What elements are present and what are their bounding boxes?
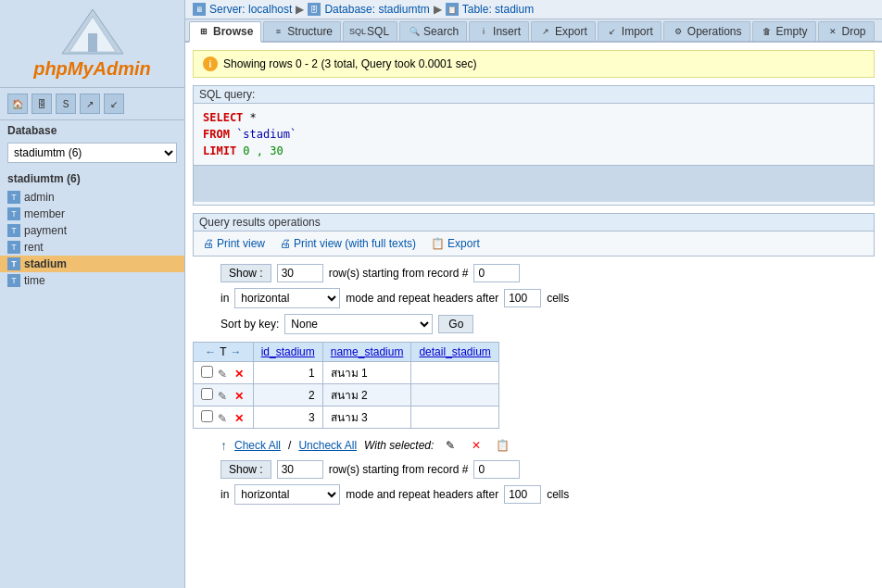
sidebar-table-item-rent[interactable]: Trent <box>0 239 184 256</box>
qr-ops-legend: Query results operations <box>194 214 874 231</box>
logo-area: phpMyAdmin <box>0 0 184 88</box>
breadcrumb-db[interactable]: Database: stadiumtm <box>324 3 429 16</box>
sidebar-table-item-stadium[interactable]: Tstadium <box>0 256 184 272</box>
tab-icon-export: ↗ <box>539 25 552 38</box>
repeat-input-top[interactable] <box>504 289 541 307</box>
delete-row-icon[interactable]: ✕ <box>233 368 246 381</box>
cell-id: 3 <box>253 407 322 429</box>
start-record-input-bottom[interactable] <box>473 460 520 479</box>
sidebar-table-item-admin[interactable]: Tadmin <box>0 189 184 206</box>
table-item-label: rent <box>24 241 44 254</box>
sql-select-kw: SELECT <box>203 111 243 124</box>
show-btn-bottom[interactable]: Show : <box>220 460 271 479</box>
cell-name: สนาม 2 <box>322 384 411 407</box>
tab-insert[interactable]: iInsert <box>469 21 529 41</box>
row-checkbox[interactable] <box>201 388 213 400</box>
check-all-link[interactable]: Check All <box>234 439 281 452</box>
up-arrow-icon[interactable]: ↑ <box>220 438 227 453</box>
row-checkbox[interactable] <box>201 366 213 378</box>
import-icon[interactable]: ↙ <box>104 94 124 114</box>
col-header-id[interactable]: id_stadium <box>253 343 322 362</box>
delete-action-btn[interactable]: ✕ <box>467 436 485 455</box>
db-icon[interactable]: 🗄 <box>32 94 52 114</box>
edit-row-icon[interactable]: ✎ <box>216 412 229 425</box>
sidebar-icons-row: 🏠 🗄 S ↗ ↙ <box>0 88 184 120</box>
export-icon[interactable]: ↗ <box>80 94 100 114</box>
show-input-top[interactable] <box>277 264 323 282</box>
cell-detail <box>411 384 498 407</box>
edit-row-icon[interactable]: ✎ <box>216 368 229 381</box>
row-controls: ✎ ✕ <box>194 384 254 407</box>
repeat-input-bottom[interactable] <box>504 485 541 504</box>
show-input-bottom[interactable] <box>277 460 323 479</box>
home-icon[interactable]: 🏠 <box>7 94 28 114</box>
show-btn-top[interactable]: Show : <box>220 264 271 282</box>
tab-label-export: Export <box>555 25 587 38</box>
sort-select[interactable]: None <box>284 314 433 334</box>
edit-row-icon[interactable]: ✎ <box>216 390 229 403</box>
export-icon: 📋 <box>431 237 445 250</box>
mode-select-top[interactable]: horizontal vertical horizontalflipped <box>234 288 340 308</box>
delete-row-icon[interactable]: ✕ <box>233 390 246 403</box>
tab-icon-search: 🔍 <box>408 25 421 38</box>
col-header-detail[interactable]: detail_stadium <box>411 343 498 362</box>
starting-label: row(s) starting from record # <box>329 267 469 280</box>
col-header-name[interactable]: name_stadium <box>322 343 411 362</box>
sidebar-table-item-time[interactable]: Ttime <box>0 272 184 289</box>
table-list: TadminTmemberTpaymentTrentTstadiumTtime <box>0 189 184 289</box>
sql-edit-textarea[interactable] <box>194 165 874 202</box>
sort-row: Sort by key: None Go <box>193 314 875 334</box>
row-controls: ✎ ✕ <box>194 362 254 384</box>
print-view-link[interactable]: 🖨 Print view <box>203 237 265 250</box>
arrow-right[interactable]: → <box>231 345 242 358</box>
start-record-input-top[interactable] <box>473 264 520 282</box>
cell-id: 1 <box>253 362 322 384</box>
print-view-label: Print view <box>217 237 265 250</box>
db-select[interactable]: stadiumtm (6) <box>7 143 177 163</box>
tab-browse[interactable]: ⊞Browse <box>189 21 261 43</box>
sql-icon[interactable]: S <box>56 94 76 114</box>
table-item-label: payment <box>24 224 67 237</box>
print-view-full-label: Print view (with full texts) <box>294 237 416 250</box>
print-icon: 🖨 <box>203 237 214 250</box>
sql-from-kw: FROM <box>203 128 230 141</box>
tab-structure[interactable]: ≡Structure <box>263 21 341 41</box>
tab-sql[interactable]: SQLSQL <box>343 21 397 41</box>
arrow-left[interactable]: ← <box>205 345 216 358</box>
in-label-bottom: in <box>220 488 229 501</box>
tab-empty[interactable]: 🗑Empty <box>752 21 816 41</box>
sidebar-table-item-payment[interactable]: Tpayment <box>0 222 184 239</box>
sql-star: * <box>243 111 256 124</box>
tab-operations[interactable]: ⚙Operations <box>663 21 750 41</box>
tab-import[interactable]: ↙Import <box>598 21 662 41</box>
table-row: ✎ ✕ 1 สนาม 1 <box>194 362 499 384</box>
export-action-btn[interactable]: 📋 <box>493 436 511 455</box>
export-link[interactable]: 📋 Export <box>431 237 480 250</box>
mode-select-bottom[interactable]: horizontal vertical horizontalflipped <box>234 484 340 505</box>
sql-query-box: SQL query: SELECT * FROM `stadium` LIMIT… <box>193 85 875 206</box>
tab-search[interactable]: 🔍Search <box>399 21 467 41</box>
main-panel: 🖥 Server: localhost ▶ 🗄 Database: stadiu… <box>185 0 882 588</box>
breadcrumb-table[interactable]: Table: stadium <box>462 3 534 16</box>
tab-icon-operations: ⚙ <box>672 25 685 38</box>
tab-export[interactable]: ↗Export <box>531 21 596 41</box>
tab-icon-insert: i <box>477 25 490 38</box>
cells-label-bottom: cells <box>547 488 569 501</box>
pma-logo-graphic <box>60 7 125 58</box>
cell-detail <box>411 407 498 429</box>
tab-drop[interactable]: ✕Drop <box>818 21 875 41</box>
go-button[interactable]: Go <box>438 315 473 333</box>
start-label-bottom: row(s) starting from record # <box>329 463 469 476</box>
print-view-full-link[interactable]: 🖨 Print view (with full texts) <box>280 237 416 250</box>
row-checkbox[interactable] <box>201 410 213 422</box>
edit-action-btn[interactable]: ✎ <box>441 436 460 455</box>
table-item-icon: T <box>7 224 20 237</box>
delete-row-icon[interactable]: ✕ <box>233 412 246 425</box>
breadcrumb-sep2: ▶ <box>434 3 442 16</box>
server-icon: 🖥 <box>193 3 206 16</box>
uncheck-all-link[interactable]: Uncheck All <box>298 439 357 452</box>
breadcrumb-server[interactable]: Server: localhost <box>209 3 292 16</box>
table-item-icon: T <box>7 274 20 287</box>
sidebar-table-item-member[interactable]: Tmember <box>0 206 184 222</box>
sort-label: Sort by key: <box>220 318 279 331</box>
